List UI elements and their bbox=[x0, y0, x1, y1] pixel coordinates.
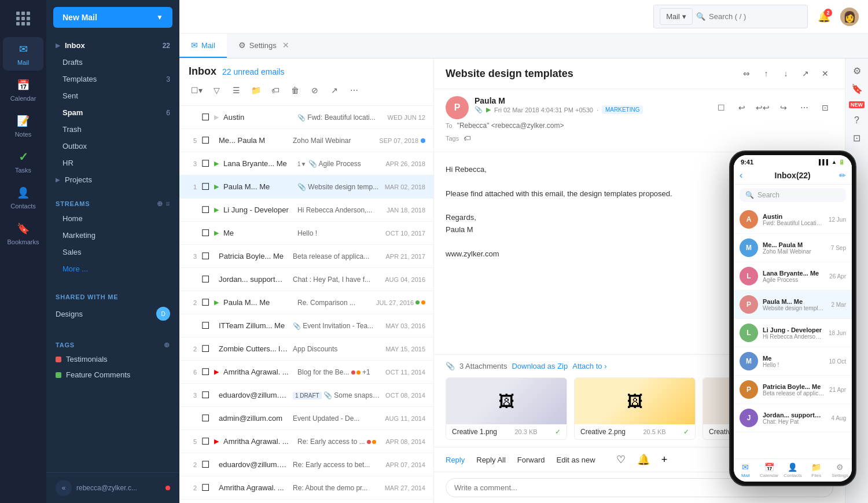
mobile-list-item[interactable]: L Lana Bryante... Me Agile Process 26 Ap… bbox=[734, 262, 852, 291]
close-tab-icon[interactable]: ✕ bbox=[282, 41, 289, 50]
table-row[interactable]: ☐ olilienwuaru@gmai... Import demand FRI… bbox=[179, 500, 433, 503]
tab-settings[interactable]: ⚙ Settings ✕ bbox=[227, 34, 301, 58]
table-row[interactable]: ☐ ITTeam Zillum... Me 📎 Event Invitation… bbox=[179, 314, 433, 337]
sidebar-item-home[interactable]: Home bbox=[46, 210, 179, 227]
add-tag-icon[interactable]: ⊕ bbox=[164, 341, 170, 349]
user-avatar[interactable]: 👩 bbox=[840, 8, 859, 26]
arrow-down-icon[interactable]: ↓ bbox=[778, 65, 794, 82]
mobile-footer-settings[interactable]: ⚙ Settings bbox=[828, 459, 852, 482]
mobile-footer-contacts[interactable]: 👤 Contacts bbox=[781, 459, 805, 482]
edit-as-new-button[interactable]: Edit as new bbox=[557, 456, 595, 464]
close-email-icon[interactable]: ✕ bbox=[817, 65, 833, 82]
sidebar-item-templates[interactable]: Templates 3 bbox=[46, 71, 179, 87]
sidebar-item-trash[interactable]: Trash bbox=[46, 121, 179, 138]
reaction-icon[interactable]: 🔔 bbox=[637, 453, 650, 466]
checkbox-icon[interactable]: ☐ bbox=[201, 459, 209, 470]
mobile-list-item[interactable]: P Patricia Boyle... Me Beta release of a… bbox=[734, 376, 852, 404]
forward-action-icon[interactable]: ↪ bbox=[775, 100, 792, 116]
tag-item-testimonials[interactable]: Testimonials bbox=[46, 351, 179, 367]
search-input[interactable] bbox=[709, 12, 801, 21]
download-zip-link[interactable]: Download as Zip bbox=[512, 362, 568, 370]
table-row[interactable]: 6 ☐ ▶ Amritha Agrawal. ... Blog for the … bbox=[179, 361, 433, 384]
arrow-up-icon[interactable]: ↑ bbox=[758, 65, 774, 82]
search-scope-dropdown[interactable]: Mail ▾ bbox=[660, 8, 693, 25]
notification-button[interactable]: 🔔 2 bbox=[815, 8, 833, 26]
mobile-footer-files[interactable]: 📁 Files bbox=[804, 459, 828, 482]
checkbox-icon[interactable]: ☐ bbox=[201, 413, 209, 424]
nav-calendar[interactable]: 📅 Calendar bbox=[3, 73, 43, 107]
bookmark-icon[interactable]: 🔖 bbox=[851, 83, 863, 94]
table-row[interactable]: ☐ ▶ Li Jung - Developer Hi Rebecca Ander… bbox=[179, 199, 433, 222]
mobile-list-item[interactable]: L Li Jung - Developer Hi Rebecca Anderso… bbox=[734, 319, 852, 347]
attachment-item[interactable]: 🖼 Creative 1.png 20.3 KB ✓ bbox=[446, 377, 567, 440]
checkbox-icon[interactable]: ☐ bbox=[201, 251, 209, 262]
table-row[interactable]: 2 ☐ ▶ Paula M... Me Re. Comparison ... J… bbox=[179, 291, 433, 314]
mobile-list-item[interactable]: M Me Hello ! 10 Oct bbox=[734, 347, 852, 376]
add-reaction-icon[interactable]: + bbox=[661, 454, 668, 466]
table-row[interactable]: 3 ☐ Patricia Boyle... Me Beta release of… bbox=[179, 245, 433, 268]
sidebar-item-inbox[interactable]: ▶ Inbox 22 bbox=[46, 37, 179, 54]
manage-streams-icon[interactable]: ≡ bbox=[165, 200, 170, 208]
folder-button[interactable]: 📁 bbox=[248, 82, 264, 98]
sidebar-item-outbox[interactable]: Outbox bbox=[46, 138, 179, 155]
nav-tasks[interactable]: ✓ Tasks bbox=[3, 145, 43, 178]
checkbox-action-icon[interactable]: ☐ bbox=[713, 100, 729, 116]
reply-button[interactable]: Reply bbox=[446, 456, 465, 464]
add-stream-icon[interactable]: ⊕ bbox=[157, 200, 163, 208]
app-grid-icon[interactable] bbox=[16, 12, 30, 25]
gear-icon[interactable]: ⚙ bbox=[853, 65, 861, 76]
reply-action-icon[interactable]: ↩ bbox=[734, 100, 750, 116]
table-row[interactable]: 2 ☐ Zombie Cutters... le... App Discount… bbox=[179, 337, 433, 361]
help-icon[interactable]: ? bbox=[854, 115, 859, 126]
checkbox-icon[interactable]: ☐ bbox=[201, 436, 209, 447]
expand-window-icon[interactable]: ⇔ bbox=[738, 65, 755, 82]
nav-bookmarks[interactable]: 🔖 Bookmarks bbox=[3, 216, 43, 250]
checkbox-icon[interactable]: ☐ bbox=[201, 343, 209, 354]
mobile-list-item[interactable]: J Jordan... support@zylker Chat: Hey Pat… bbox=[734, 404, 852, 432]
select-all-button[interactable]: ☐▾ bbox=[189, 82, 205, 98]
sidebar-item-marketing[interactable]: Marketing bbox=[46, 227, 179, 244]
nav-notes[interactable]: 📝 Notes bbox=[3, 109, 43, 142]
sidebar-item-sent[interactable]: Sent bbox=[46, 87, 179, 104]
sidebar-item-spam[interactable]: Spam 6 bbox=[46, 104, 179, 121]
screenshot-icon[interactable]: ⊡ bbox=[853, 133, 860, 144]
collapse-sidebar-button[interactable]: « bbox=[56, 480, 72, 496]
tag-item-feature-comments[interactable]: Feature Comments bbox=[46, 367, 179, 383]
checkbox-icon[interactable]: ☐ bbox=[201, 297, 209, 308]
sidebar-item-projects[interactable]: ▶ Projects bbox=[46, 171, 179, 188]
mobile-list-item[interactable]: A Austin Fwd: Beautiful Locations 12 Jun bbox=[734, 205, 852, 234]
mobile-search-bar[interactable]: 🔍 Search bbox=[740, 188, 846, 202]
unread-count[interactable]: 22 unread emails bbox=[222, 67, 284, 76]
table-row[interactable]: 3 ☐ eduardov@zillum.c... 1 DRAFT 📎 Some … bbox=[179, 384, 433, 407]
table-row[interactable]: ☐ admin@zillum.com Event Updated - De...… bbox=[179, 407, 433, 430]
tag-button[interactable]: 🏷 bbox=[267, 82, 284, 98]
table-row[interactable]: ☐ Jordan... support@z... Chat : Hey Pat,… bbox=[179, 268, 433, 291]
sidebar-item-sales[interactable]: Sales bbox=[46, 244, 179, 260]
sidebar-item-designs[interactable]: Designs D bbox=[46, 303, 179, 325]
table-row[interactable]: 5 ☐ ▶ Amritha Agrawal. ... Re: Early acc… bbox=[179, 430, 433, 453]
move-button[interactable]: ↗ bbox=[326, 82, 343, 98]
new-mail-button[interactable]: New Mail ▼ bbox=[53, 7, 172, 28]
checkbox-icon[interactable]: ☐ bbox=[201, 112, 209, 123]
mobile-back-button[interactable]: ‹ bbox=[740, 170, 742, 181]
table-row[interactable]: 2 ☐ eduardov@zillum.c... Re: Early acces… bbox=[179, 453, 433, 476]
table-row[interactable]: ☐ ▶ Me Hello ! OCT 10, 2017 bbox=[179, 222, 433, 245]
filter-button[interactable]: ▽ bbox=[208, 82, 225, 98]
nav-mail[interactable]: ✉ Mail bbox=[3, 37, 43, 71]
expand-meta-icon[interactable]: ⊡ bbox=[817, 100, 833, 116]
delete-button[interactable]: 🗑 bbox=[287, 82, 303, 98]
table-row[interactable]: 5 ☐ Me... Paula M Zoho Mail Webinar SEP … bbox=[179, 129, 433, 152]
more-button[interactable]: ⋯ bbox=[346, 82, 362, 98]
attachment-item[interactable]: 🖼 Creative 2.png 20.5 KB ✓ bbox=[574, 377, 696, 440]
expand-icon[interactable]: ↗ bbox=[797, 65, 814, 82]
tab-mail[interactable]: ✉ Mail bbox=[179, 34, 227, 58]
table-row[interactable]: 2 ☐ Amritha Agrawal. ... Re: About the d… bbox=[179, 476, 433, 500]
forward-button[interactable]: Forward bbox=[517, 456, 545, 464]
nav-contacts[interactable]: 👤 Contacts bbox=[3, 181, 43, 214]
mobile-footer-mail[interactable]: ✉ Mail bbox=[734, 459, 757, 482]
table-row[interactable]: 3 ☐ ▶ Lana Bryante... Me 1▼ 📎 Agile Proc… bbox=[179, 152, 433, 175]
checkbox-icon[interactable]: ☐ bbox=[201, 227, 209, 238]
search-bar[interactable]: Mail ▾ 🔍 bbox=[653, 5, 808, 28]
mobile-list-item[interactable]: P Paula M... Me Website design templates… bbox=[734, 291, 852, 319]
more-action-icon[interactable]: ⋯ bbox=[796, 100, 812, 116]
